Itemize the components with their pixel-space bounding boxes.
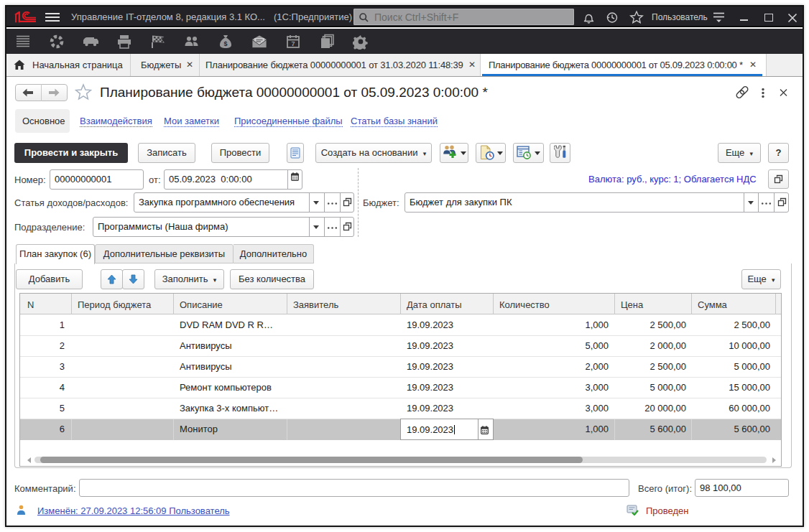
svg-text:7: 7 xyxy=(291,40,295,47)
svg-text:$: $ xyxy=(223,40,227,47)
